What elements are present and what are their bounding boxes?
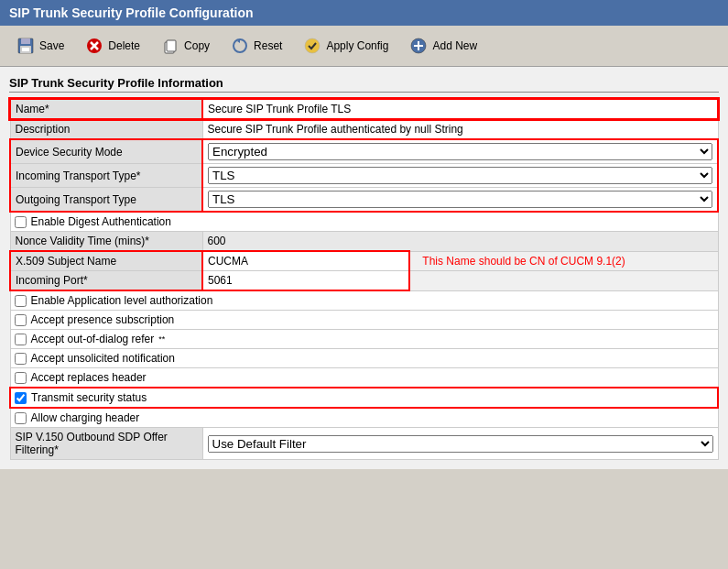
accept-replaces-header-label[interactable]: Accept replaces header [15,371,713,384]
section-title: SIP Trunk Security Profile Information [9,76,719,93]
enable-digest-auth-label[interactable]: Enable Digest Authentication [15,215,713,228]
enable-app-auth-checkbox[interactable] [15,295,27,307]
apply-config-icon [302,36,322,56]
x509-subject-name-label: X.509 Subject Name [10,251,202,271]
incoming-transport-type-label: Incoming Transport Type* [10,164,202,188]
title-text: SIP Trunk Security Profile Configuration [9,5,254,20]
add-new-label: Add New [432,39,477,52]
accept-unsolicited-notification-label[interactable]: Accept unsolicited notification [15,352,713,365]
sip-v150-row: SIP V.150 Outbound SDP Offer Filtering* … [10,428,718,460]
reset-button[interactable]: Reset [222,31,290,60]
save-button[interactable]: Save [7,31,72,60]
outgoing-transport-type-label: Outgoing Transport Type [10,188,202,213]
accept-replaces-header-checkbox[interactable] [15,372,27,384]
accept-unsolicited-notification-cell: Accept unsolicited notification [10,349,718,368]
description-label: Description [10,119,202,139]
svg-rect-3 [22,48,29,51]
outgoing-transport-type-select[interactable]: TLS TCP UDP [208,191,712,208]
enable-digest-auth-cell: Enable Digest Authentication [10,212,718,232]
name-value-cell [202,99,718,119]
name-label: Name* [10,99,202,119]
accept-out-of-dialog-refer-row: Accept out-of-dialog refer** [10,330,718,349]
transmit-security-status-row: Transmit security status [10,388,718,408]
device-security-mode-label: Device Security Mode [10,139,202,164]
page-title: SIP Trunk Security Profile Configuration [0,0,728,26]
add-new-icon [408,36,429,56]
accept-presence-sub-checkbox[interactable] [15,314,27,326]
incoming-port-label: Incoming Port* [10,271,202,291]
copy-label: Copy [184,39,210,52]
nonce-validity-time-row: Nonce Validity Time (mins)* [10,232,718,252]
name-row: Name* [10,99,718,119]
add-new-button[interactable]: Add New [400,31,485,60]
incoming-port-input[interactable] [208,274,404,287]
enable-app-auth-cell: Enable Application level authorization [10,290,718,311]
accept-presence-sub-label[interactable]: Accept presence subscription [15,313,713,326]
nonce-validity-time-label: Nonce Validity Time (mins)* [10,232,202,252]
outgoing-transport-type-value-cell: TLS TCP UDP [202,188,718,213]
accept-out-of-dialog-refer-checkbox[interactable] [15,334,27,345]
svg-point-10 [305,38,320,53]
incoming-transport-type-select[interactable]: TLS TCP UDP TCP+UDP [208,167,712,184]
description-row: Description Secure SIP Trunk Profile aut… [10,119,718,139]
reset-label: Reset [254,39,282,52]
transmit-security-status-cell: Transmit security status [10,388,718,408]
apply-config-label: Apply Config [326,39,388,52]
sip-v150-value-cell: Use Default Filter No Filtering Use Offe… [202,428,718,460]
allow-charging-header-checkbox[interactable] [15,412,27,424]
x509-note-cell: This Name should be CN of CUCM 9.1(2) [409,251,718,271]
description-value-cell: Secure SIP Trunk Profile authenticated b… [202,119,718,139]
copy-icon [160,36,180,56]
profile-form: Name* Description Secure SIP Trunk Profi… [9,98,719,460]
incoming-transport-type-row: Incoming Transport Type* TLS TCP UDP TCP… [10,164,718,188]
incoming-port-empty-cell [409,271,718,291]
save-label: Save [39,39,64,52]
nonce-validity-time-value-cell [202,232,718,252]
delete-label: Delete [108,39,140,52]
svg-rect-1 [21,38,30,44]
main-content: SIP Trunk Security Profile Information N… [0,67,728,469]
enable-app-auth-row: Enable Application level authorization [10,290,718,311]
allow-charging-header-row: Allow charging header [10,408,718,428]
sip-v150-label: SIP V.150 Outbound SDP Offer Filtering* [10,428,202,460]
save-icon [16,36,36,56]
x509-note: This Name should be CN of CUCM 9.1(2) [415,255,625,268]
enable-app-auth-label[interactable]: Enable Application level authorization [15,294,713,307]
x509-subject-name-value-cell [202,251,409,271]
transmit-security-status-checkbox[interactable] [15,392,27,404]
reset-icon [230,36,250,56]
outgoing-transport-type-row: Outgoing Transport Type TLS TCP UDP [10,188,718,213]
x509-subject-name-row: X.509 Subject Name This Name should be C… [10,251,718,271]
accept-replaces-header-row: Accept replaces header [10,368,718,388]
svg-rect-8 [167,40,176,51]
description-value: Secure SIP Trunk Profile authenticated b… [208,123,463,136]
nonce-validity-time-input[interactable] [208,235,713,247]
allow-charging-header-label[interactable]: Allow charging header [15,411,713,424]
apply-config-button[interactable]: Apply Config [294,31,397,60]
incoming-port-value-cell [202,271,409,291]
delete-icon [84,36,104,56]
accept-out-of-dialog-refer-label[interactable]: Accept out-of-dialog refer** [15,333,713,345]
delete-button[interactable]: Delete [76,31,148,60]
incoming-port-row: Incoming Port* [10,271,718,291]
accept-presence-sub-cell: Accept presence subscription [10,311,718,330]
accept-out-of-dialog-refer-cell: Accept out-of-dialog refer** [10,330,718,349]
enable-digest-auth-row: Enable Digest Authentication [10,212,718,232]
device-security-mode-select[interactable]: Encrypted Non Secure Authenticated [208,143,712,160]
sip-v150-select[interactable]: Use Default Filter No Filtering Use Offe… [208,435,713,453]
incoming-transport-type-value-cell: TLS TCP UDP TCP+UDP [202,164,718,188]
accept-replaces-header-cell: Accept replaces header [10,368,718,388]
allow-charging-header-cell: Allow charging header [10,408,718,428]
device-security-mode-value-cell: Encrypted Non Secure Authenticated [202,139,718,164]
name-input[interactable] [208,103,712,115]
enable-digest-auth-checkbox[interactable] [15,216,27,228]
transmit-security-status-label[interactable]: Transmit security status [15,391,712,404]
toolbar: Save Delete Copy Reset Apply Config Add … [0,26,728,67]
accept-unsolicited-notification-row: Accept unsolicited notification [10,349,718,368]
accept-unsolicited-notification-checkbox[interactable] [15,353,27,365]
device-security-mode-row: Device Security Mode Encrypted Non Secur… [10,139,718,164]
x509-subject-name-input[interactable] [208,255,404,268]
accept-presence-sub-row: Accept presence subscription [10,311,718,330]
copy-button[interactable]: Copy [152,31,218,60]
